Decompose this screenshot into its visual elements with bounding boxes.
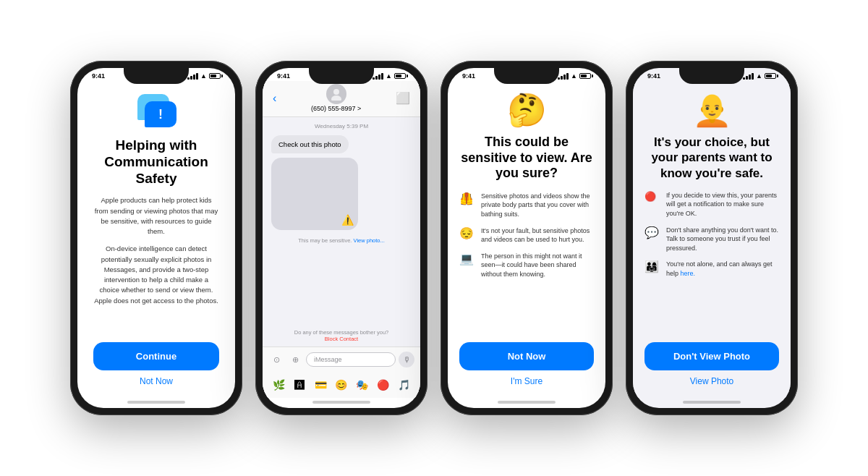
signal-icon-3 <box>558 73 569 80</box>
phone4-info-item-3: 👨‍👩‍👧 You're not alone, and can always g… <box>644 260 779 278</box>
notch-1 <box>124 68 189 84</box>
message-bubble: Check out this photo <box>271 135 349 153</box>
info-text-2: It's not your fault, but sensitive photo… <box>481 226 594 245</box>
photos-icon[interactable]: 🌿 <box>269 375 288 394</box>
phone-1-desc2: On-device intelligence can detect potent… <box>93 244 219 306</box>
wifi-icon-2: ▲ <box>386 72 392 80</box>
disguised-emoji: 🧑‍🦲 <box>692 91 732 129</box>
applepay-icon[interactable]: 💳 <box>311 375 330 394</box>
signal-icon-4 <box>743 73 754 80</box>
chat-bubble-front: ! <box>145 101 176 127</box>
message-input[interactable]: iMessage <box>306 352 396 367</box>
time-2: 9:41 <box>277 72 290 80</box>
block-contact-link[interactable]: Block Contact <box>325 336 358 342</box>
notch-4 <box>679 68 744 84</box>
phones-container: 9:41 ▲ <box>56 46 812 430</box>
date-label: Wednesday 5:39 PM <box>271 123 412 129</box>
view-photo-link-4[interactable]: View Photo <box>690 376 734 386</box>
contact-number[interactable]: (650) 555-8997 > <box>311 105 361 112</box>
apps-icon[interactable]: ⊕ <box>287 352 303 367</box>
app-row: 🌿 🅰 💳 😊 🎭 🔴 🎵 <box>263 372 420 398</box>
phone4-info-text-2: Don't share anything you don't want to. … <box>666 226 779 253</box>
phone-1-content: ! Helping with Communication Safety Appl… <box>77 81 235 398</box>
phone4-info-emoji-2: 💬 <box>644 226 660 239</box>
sensitive-notice: This may be sensitive. View photo... <box>271 234 412 247</box>
phone-3: 9:41 ▲ 🤔 This could be sensitive <box>441 61 613 415</box>
home-indicator-2 <box>312 401 370 404</box>
svg-point-0 <box>333 89 339 95</box>
info-item-2: 😔 It's not your fault, but sensitive pho… <box>459 226 594 245</box>
wifi-icon-1: ▲ <box>200 72 207 80</box>
home-indicator-1 <box>127 401 185 404</box>
back-arrow-icon[interactable]: ‹ <box>273 92 276 105</box>
home-indicator-3 <box>498 401 556 404</box>
wifi-icon-4: ▲ <box>756 72 762 80</box>
svg-point-1 <box>331 95 341 101</box>
im-sure-link[interactable]: I'm Sure <box>511 376 542 386</box>
phone-1-desc1: Apple products can help protect kids fro… <box>93 195 219 237</box>
phone-1-screen: 9:41 ▲ <box>77 68 235 408</box>
image-placeholder: ⚠️ <box>271 158 358 230</box>
notch-3 <box>494 68 559 84</box>
time-4: 9:41 <box>647 72 660 80</box>
memoji-icon[interactable]: 😊 <box>332 375 351 394</box>
phone4-info-text-3: You're not alone, and can always get hel… <box>666 260 779 278</box>
phone4-info-item-1: 🔴 If you decide to view this, your paren… <box>644 191 779 218</box>
exclaim-icon: ! <box>158 107 163 122</box>
camera-icon[interactable]: ⊙ <box>268 352 284 367</box>
music-icon[interactable]: 🎵 <box>394 375 413 394</box>
here-link[interactable]: here. <box>681 270 696 277</box>
battery-icon-3 <box>579 73 591 79</box>
info-item-1: 🦺 Sensitive photos and videos show the p… <box>459 192 594 219</box>
continue-button[interactable]: Continue <box>93 342 219 370</box>
messages-header: ‹ (650) 555-8997 > ⬜ <box>263 81 420 117</box>
dont-view-button[interactable]: Don't View Photo <box>644 342 779 370</box>
not-now-button[interactable]: Not Now <box>459 342 594 370</box>
info-emoji-3: 💻 <box>459 252 475 265</box>
info-emoji-2: 😔 <box>459 226 475 240</box>
appstore-icon[interactable]: 🅰 <box>290 375 309 394</box>
block-contact-area: Do any of these messages bother you? Blo… <box>263 325 420 347</box>
messages-body: Wednesday 5:39 PM Check out this photo ⚠… <box>263 117 420 325</box>
phone-2-screen: 9:41 ▲ ‹ <box>263 68 420 408</box>
thinking-emoji: 🤔 <box>507 91 547 129</box>
status-right-2: ▲ <box>373 72 406 80</box>
status-right-1: ▲ <box>187 72 221 80</box>
sensitive-notice-text: This may be sensitive. <box>298 237 352 244</box>
contact-info: (650) 555-8997 > <box>311 84 361 112</box>
phone-1: 9:41 ▲ <box>70 61 242 415</box>
wifi-icon-3: ▲ <box>571 72 577 80</box>
phone-3-content: 🤔 This could be sensitive to view. Are y… <box>448 81 605 398</box>
phone-3-screen: 9:41 ▲ 🤔 This could be sensitive <box>448 68 605 408</box>
message-input-bar: ⊙ ⊕ iMessage 🎙 <box>263 347 420 372</box>
block-notice-text: Do any of these messages bother you? <box>294 329 389 336</box>
phone-2-content: ‹ (650) 555-8997 > ⬜ Wednesday 5:39 PM <box>263 81 420 398</box>
phone-4-info-list: 🔴 If you decide to view this, your paren… <box>644 191 779 342</box>
signal-icon-2 <box>373 73 383 80</box>
phone-1-title: Helping with Communication Safety <box>93 137 219 187</box>
chat-safety-icon: ! <box>135 93 178 129</box>
info-item-3: 💻 The person in this might not want it s… <box>459 252 594 279</box>
view-photo-link[interactable]: View photo... <box>354 237 385 244</box>
more-icon[interactable]: 🔴 <box>374 375 393 394</box>
time-1: 9:41 <box>92 72 105 80</box>
video-call-icon[interactable]: ⬜ <box>396 91 410 105</box>
warning-icon: ⚠️ <box>341 214 354 226</box>
phone-2: 9:41 ▲ ‹ <box>255 61 427 415</box>
home-indicator-4 <box>683 401 741 404</box>
mic-icon[interactable]: 🎙 <box>399 352 414 367</box>
not-now-link-1[interactable]: Not Now <box>140 376 173 386</box>
phone-4-content: 🧑‍🦲 It's your choice, but your parents w… <box>633 81 791 398</box>
phone4-info-emoji-3: 👨‍👩‍👧 <box>644 260 660 273</box>
status-right-3: ▲ <box>558 72 591 80</box>
info-text-3: The person in this might not want it see… <box>481 252 594 279</box>
info-emoji-1: 🦺 <box>459 192 475 205</box>
battery-icon-2 <box>394 73 406 79</box>
phone4-info-text-1: If you decide to view this, your parents… <box>666 191 779 218</box>
emoji2-icon[interactable]: 🎭 <box>353 375 372 394</box>
battery-icon-4 <box>765 73 776 79</box>
battery-icon-1 <box>209 73 221 79</box>
info-text-1: Sensitive photos and videos show the pri… <box>481 192 594 219</box>
phone-4: 9:41 ▲ 🧑‍🦲 It's your choice, bu <box>626 61 798 415</box>
phone4-info-item-2: 💬 Don't share anything you don't want to… <box>644 226 779 253</box>
